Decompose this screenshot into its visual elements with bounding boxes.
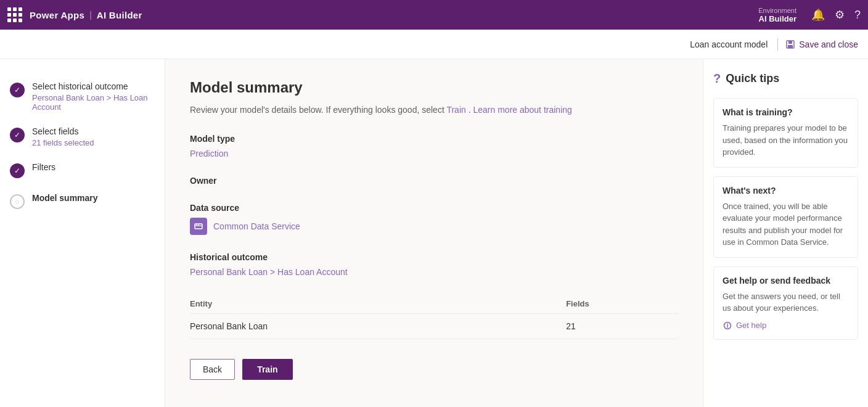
tip-card-whats-next: What's next? Once trained, you will be a… bbox=[713, 176, 858, 258]
sidebar-step-select-fields[interactable]: ✓ Select fields 21 fields selected bbox=[0, 119, 165, 155]
owner-label: Owner bbox=[190, 176, 678, 186]
svg-point-8 bbox=[727, 323, 728, 324]
step-content-3: Filters bbox=[32, 162, 155, 172]
step-circle-2: ✓ bbox=[10, 128, 25, 142]
save-icon bbox=[785, 39, 795, 49]
action-buttons: Back Train bbox=[190, 359, 678, 380]
header-divider bbox=[777, 38, 778, 51]
model-type-value: Prediction bbox=[190, 149, 678, 158]
model-type-section: Model type Prediction bbox=[190, 134, 678, 158]
table-row: Personal Bank Loan 21 bbox=[190, 314, 678, 339]
tip-card-body-1: Training prepares your model to be used,… bbox=[723, 122, 849, 158]
nav-divider: | bbox=[89, 10, 92, 20]
step-circle-4: ○ bbox=[10, 194, 25, 209]
data-source-item: Common Data Service bbox=[190, 218, 678, 235]
step-circle-1: ✓ bbox=[10, 83, 25, 97]
svg-point-6 bbox=[198, 224, 199, 226]
step-label-1: Select historical outcome bbox=[32, 81, 155, 91]
sidebar-step-historical-outcome[interactable]: ✓ Select historical outcome Personal Ban… bbox=[0, 74, 165, 119]
step-circle-3: ✓ bbox=[10, 163, 25, 178]
tip-card-get-help: Get help or send feedback Get the answer… bbox=[713, 266, 858, 340]
save-close-label: Save and close bbox=[799, 39, 858, 49]
step-label-4: Model summary bbox=[32, 193, 155, 203]
tip-card-title-1: What is training? bbox=[723, 107, 849, 117]
help-icon[interactable]: ? bbox=[854, 9, 861, 22]
quick-tips-panel: ? Quick tips What is training? Training … bbox=[703, 59, 868, 407]
sidebar-step-model-summary[interactable]: ○ Model summary bbox=[0, 186, 165, 216]
train-button[interactable]: Train bbox=[242, 359, 292, 380]
brand-aibuilder: AI Builder bbox=[97, 10, 142, 20]
fields-table: Entity Fields Personal Bank Loan 21 bbox=[190, 294, 678, 339]
tip-card-training: What is training? Training prepares your… bbox=[713, 98, 858, 168]
sidebar-step-filters[interactable]: ✓ Filters bbox=[0, 155, 165, 186]
sidebar: ✓ Select historical outcome Personal Ban… bbox=[0, 59, 165, 407]
environment-selector[interactable]: Environment AI Builder bbox=[758, 7, 796, 23]
step-content-2: Select fields 21 fields selected bbox=[32, 126, 155, 147]
entity-column-header: Entity bbox=[190, 294, 566, 314]
bell-icon[interactable]: 🔔 bbox=[811, 8, 825, 22]
step-content-4: Model summary bbox=[32, 193, 155, 203]
learn-more-link[interactable]: Learn more about training bbox=[473, 105, 571, 115]
historical-outcome-section: Historical outcome Personal Bank Loan > … bbox=[190, 252, 678, 277]
brand-powerapps: Power Apps bbox=[30, 10, 84, 20]
get-help-icon bbox=[723, 321, 732, 331]
desc-prefix: Review your model's details below. If ev… bbox=[190, 105, 446, 115]
step-content-1: Select historical outcome Personal Bank … bbox=[32, 81, 155, 112]
header-bar: Loan account model Save and close bbox=[0, 30, 868, 59]
tip-card-body-3: Get the answers you need, or tell us abo… bbox=[723, 290, 849, 314]
gear-icon[interactable]: ⚙ bbox=[835, 8, 845, 22]
data-source-section: Data source Common Data Service bbox=[190, 203, 678, 235]
tip-card-title-2: What's next? bbox=[723, 186, 849, 195]
page-title: Model summary bbox=[190, 79, 678, 96]
get-help-link[interactable]: Get help bbox=[723, 321, 849, 331]
historical-outcome-value: Personal Bank Loan > Has Loan Account bbox=[190, 267, 678, 277]
model-title: Loan account model bbox=[690, 39, 768, 49]
save-close-button[interactable]: Save and close bbox=[785, 39, 858, 49]
waffle-menu[interactable] bbox=[7, 7, 22, 22]
back-button[interactable]: Back bbox=[190, 359, 235, 380]
step-sublabel-2: 21 fields selected bbox=[32, 138, 155, 147]
data-source-value: Common Data Service bbox=[213, 221, 300, 231]
owner-section: Owner bbox=[190, 176, 678, 186]
cds-icon bbox=[190, 218, 207, 235]
svg-rect-1 bbox=[788, 41, 792, 44]
fields-column-header: Fields bbox=[566, 294, 678, 314]
top-navigation: Power Apps | AI Builder Environment AI B… bbox=[0, 0, 868, 30]
quick-tips-icon: ? bbox=[713, 72, 721, 86]
get-help-label[interactable]: Get help bbox=[736, 321, 766, 330]
main-content: Model summary Review your model's detail… bbox=[165, 59, 703, 407]
environment-name: AI Builder bbox=[759, 14, 796, 23]
step-sublabel-1: Personal Bank Loan > Has Loan Account bbox=[32, 93, 155, 112]
step-label-3: Filters bbox=[32, 162, 155, 172]
environment-label: Environment bbox=[758, 7, 796, 14]
svg-point-5 bbox=[196, 224, 197, 226]
tip-card-body-2: Once trained, you will be able evaluate … bbox=[723, 200, 849, 249]
step-label-2: Select fields bbox=[32, 126, 155, 136]
model-type-label: Model type bbox=[190, 134, 678, 144]
train-inline-link[interactable]: Train bbox=[446, 105, 465, 115]
model-summary-description: Review your model's details below. If ev… bbox=[190, 104, 678, 117]
main-layout: ✓ Select historical outcome Personal Ban… bbox=[0, 59, 868, 407]
fields-cell: 21 bbox=[566, 314, 678, 339]
svg-rect-2 bbox=[788, 45, 793, 48]
quick-tips-header: ? Quick tips bbox=[713, 72, 858, 86]
entity-cell: Personal Bank Loan bbox=[190, 314, 566, 339]
quick-tips-title: Quick tips bbox=[726, 72, 779, 85]
data-source-label: Data source bbox=[190, 203, 678, 213]
tip-card-title-3: Get help or send feedback bbox=[723, 276, 849, 286]
historical-outcome-label: Historical outcome bbox=[190, 252, 678, 262]
